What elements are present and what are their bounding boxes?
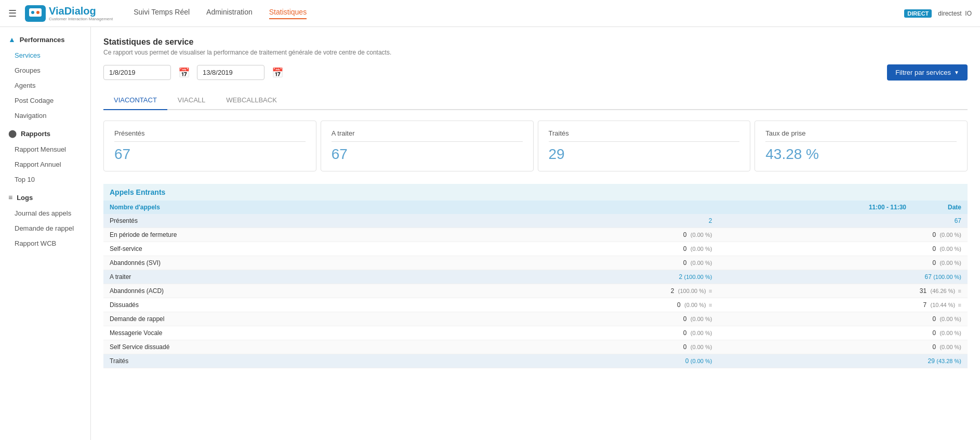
table-row: Présentés267 [103,214,968,228]
table-subheader: Nombre d'appels 11:00 - 11:30 Date [103,201,968,214]
nav-links: Suivi Temps Réel Administration Statisti… [134,8,904,19]
table-row: En période de fermeture0 (0.00 %)0 (0.00… [103,228,968,242]
stat-taux-label: Taux de prise [765,129,957,142]
filter-btn-label: Filtrer par services [895,69,951,76]
sidebar-section-rapports: ⬤ Rapports Rapport Mensuel Rapport Annue… [0,125,90,187]
hamburger-icon[interactable]: ☰ [8,8,17,19]
svg-rect-0 [29,8,42,17]
sidebar-section-logs: ≡ Logs Journal des appels Demande de rap… [0,189,90,251]
row-time-val: 0 (0.00 %) [470,242,718,256]
tab-viacall[interactable]: VIACALL [167,91,216,110]
row-label: En période de fermeture [103,228,470,242]
row-label: A traiter [103,270,470,284]
logo-sub: Customer Interaction Management [49,17,113,21]
sidebar-section-logs-header[interactable]: ≡ Logs [0,189,90,206]
topnav: ☰ ViaDialog Customer Interaction Managem… [0,0,980,27]
row-time-val: 0 (0.00 %) [470,354,718,368]
calendar-end-btn[interactable]: 📅 [271,66,284,79]
sidebar-item-top10[interactable]: Top 10 [0,172,90,187]
row-label: Présentés [103,214,470,228]
sidebar-item-groupes[interactable]: Groupes [0,63,90,78]
row-date-val: 7 (10.44 %) ≡ [718,298,968,312]
sidebar-item-services[interactable]: Services [0,48,90,63]
row-date-val: 29 (43.28 %) [718,354,968,368]
date-row: 📅 📅 Filtrer par services ▼ [103,64,968,81]
row-date-val: 0 (0.00 %) [718,340,968,354]
stat-traites-value: 29 [549,146,740,163]
row-date-val: 67 (100.00 %) [718,270,968,284]
sidebar: ▲ Performances Services Groupes Agents P… [0,27,91,440]
stat-card-presentes: Présentés 67 [103,121,316,171]
row-label: Self Service dissuadé [103,340,470,354]
table-row: A traiter2 (100.00 %)67 (100.00 %) [103,270,968,284]
sidebar-item-journal[interactable]: Journal des appels [0,206,90,221]
subheader-date: Date [948,204,961,211]
sidebar-item-rapport-annuel[interactable]: Rapport Annuel [0,157,90,172]
row-date-val: 0 (0.00 %) [718,312,968,326]
page-desc: Ce rapport vous permet de visualiser la … [103,49,968,56]
stat-card-taux: Taux de prise 43.28 % [754,121,968,171]
filter-services-btn[interactable]: Filtrer par services ▼ [887,64,968,81]
row-date-val: 31 (46.26 %) ≡ [718,284,968,298]
stat-card-atraiter: A traiter 67 [321,121,534,171]
calendar-start-btn[interactable]: 📅 [177,66,191,79]
nav-statistiques[interactable]: Statistiques [269,8,307,19]
row-time-val: 0 (0.00 %) [470,340,718,354]
table-row: Self-service0 (0.00 %)0 (0.00 %) [103,242,968,256]
subheader-label: Nombre d'appels [110,204,869,211]
tab-webcallback[interactable]: WEBCALLBACK [216,91,287,110]
data-table: Présentés267En période de fermeture0 (0.… [103,214,968,368]
direct-badge: DIRECT [904,9,932,18]
sidebar-item-navigation[interactable]: Navigation [0,108,90,123]
row-time-val: 0 (0.00 %) [470,256,718,270]
stat-traites-label: Traités [549,129,740,142]
topnav-right: DIRECT directest IO [904,9,972,18]
row-date-val: 0 (0.00 %) [718,326,968,340]
sidebar-section-logs-label: Logs [17,194,33,202]
nav-suivi[interactable]: Suivi Temps Réel [134,8,190,19]
list-icon: ≡ [8,193,12,202]
section-appels-entrants: Appels Entrants [103,184,968,201]
pie-icon: ⬤ [8,129,17,138]
sidebar-item-rapport-wcb[interactable]: Rapport WCB [0,236,90,251]
row-label: Messagerie Vocale [103,326,470,340]
row-label: Self-service [103,242,470,256]
table-row: Demande de rappel0 (0.00 %)0 (0.00 %) [103,312,968,326]
row-date-val: 0 (0.00 %) [718,256,968,270]
row-label: Abandonnés (ACD) [103,284,470,298]
row-label: Demande de rappel [103,312,470,326]
row-time-val: 0 (0.00 %) [470,228,718,242]
row-time-val: 2 (100.00 %) [470,270,718,284]
arrow-icon: ▲ [8,35,16,44]
user-info: directest IO [938,10,972,17]
sidebar-item-agents[interactable]: Agents [0,78,90,93]
stat-atraiter-label: A traiter [332,129,523,142]
sidebar-item-demande-rappel[interactable]: Demande de rappel [0,221,90,236]
table-row: Traités0 (0.00 %)29 (43.28 %) [103,354,968,368]
row-label: Abandonnés (SVI) [103,256,470,270]
main-layout: ▲ Performances Services Groupes Agents P… [0,27,980,440]
sidebar-item-rapport-mensuel[interactable]: Rapport Mensuel [0,142,90,157]
table-row: Self Service dissuadé0 (0.00 %)0 (0.00 %… [103,340,968,354]
nav-administration[interactable]: Administration [206,8,253,19]
sidebar-section-performances-label: Performances [20,36,65,44]
date-start-input[interactable] [103,65,171,80]
sidebar-item-post-codage[interactable]: Post Codage [0,93,90,108]
stat-atraiter-value: 67 [332,146,523,163]
row-date-val: 0 (0.00 %) [718,228,968,242]
row-time-val: 2 (100.00 %) ≡ [470,284,718,298]
date-end-input[interactable] [197,65,264,80]
page-title: Statistiques de service [103,37,968,47]
logo-icon [25,5,46,22]
row-label: Traités [103,354,470,368]
tab-viacontact[interactable]: VIACONTACT [103,91,167,110]
subheader-time: 11:00 - 11:30 [869,204,906,211]
table-row: Abandonnés (SVI)0 (0.00 %)0 (0.00 %) [103,256,968,270]
row-label: Dissuadés [103,298,470,312]
logo: ViaDialog Customer Interaction Managemen… [25,5,113,22]
stat-taux-value: 43.28 % [765,146,957,163]
main-content: Statistiques de service Ce rapport vous … [91,27,980,440]
sidebar-section-rapports-header[interactable]: ⬤ Rapports [0,125,90,142]
table-row: Dissuadés0 (0.00 %) ≡7 (10.44 %) ≡ [103,298,968,312]
sidebar-section-performances-header[interactable]: ▲ Performances [0,31,90,48]
